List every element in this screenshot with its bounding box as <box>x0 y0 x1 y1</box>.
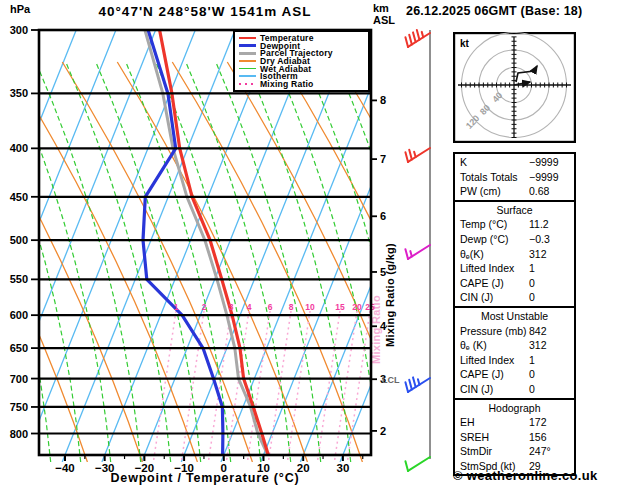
wind-barb <box>405 245 430 259</box>
table-row-label: SREH <box>460 431 489 443</box>
table-row: θₑ(K)312 <box>455 247 574 262</box>
legend-item: Temperature <box>239 34 366 42</box>
table-section-header: Hodograph <box>455 401 574 416</box>
table-row: Pressure (mb)842 <box>455 324 574 339</box>
svg-text:1: 1 <box>174 302 179 312</box>
table-row-label: Totals Totals <box>460 171 518 183</box>
table-row-value: 156 <box>529 430 547 445</box>
legend-item: Wet Adiabat <box>239 65 366 73</box>
pressure-tick-label: 300 <box>10 24 28 36</box>
table-row-value: 0.68 <box>529 184 549 199</box>
table-row-value: 247° <box>529 444 551 459</box>
skewt-sounding-page: 40°47'N 248°58'W 1541m ASL hPa km ASL 26… <box>0 0 629 486</box>
svg-text:3: 3 <box>229 302 234 312</box>
indices-table: K−9999Totals Totals−9999PW (cm)0.68Surfa… <box>453 152 576 476</box>
table-row-value: 1 <box>529 261 535 276</box>
table-row-value: 172 <box>529 415 547 430</box>
lcl-marker-label: LCL <box>382 375 400 385</box>
table-row-value: 11.2 <box>529 217 549 232</box>
pressure-tick-label: 450 <box>10 191 28 203</box>
table-row: Lifted Index1 <box>455 353 574 368</box>
km-tick-label: 2 <box>380 425 386 437</box>
wind-barb <box>405 377 430 392</box>
pressure-tick-label: 800 <box>10 428 28 440</box>
table-section: HodographEH172SREH156StmDir247°StmSpd (k… <box>455 398 574 475</box>
table-row-label: Pressure (mb) <box>460 325 527 337</box>
table-row-label: CIN (J) <box>460 383 493 395</box>
hodograph-unit-label: kt <box>460 38 470 49</box>
pressure-tick-label: 400 <box>10 142 28 154</box>
legend-label: Mixing Ratio <box>260 79 313 89</box>
table-row-label: PW (cm) <box>460 185 501 197</box>
wind-barb <box>405 457 430 471</box>
table-row-value: 842 <box>529 324 547 339</box>
page-title: 40°47'N 248°58'W 1541m ASL <box>39 4 371 19</box>
svg-text:20: 20 <box>352 302 362 312</box>
table-row-value: 312 <box>529 247 547 262</box>
svg-text:8: 8 <box>289 302 294 312</box>
table-row: CAPE (J)0 <box>455 276 574 291</box>
table-row-value: −0.3 <box>529 232 550 247</box>
pressure-tick-label: 600 <box>10 309 28 321</box>
table-row-label: Lifted Index <box>460 262 514 274</box>
pressure-tick-label: 750 <box>10 401 28 413</box>
legend-item: Mixing Ratio <box>239 80 366 88</box>
pressure-tick-label: 350 <box>10 87 28 99</box>
legend-swatch-thin <box>239 60 256 62</box>
altitude-unit-km: km <box>373 2 395 14</box>
table-row: Temp (°C)11.2 <box>455 217 574 232</box>
table-row-label: CAPE (J) <box>460 277 504 289</box>
pressure-tick-label: 550 <box>10 273 28 285</box>
svg-text:15: 15 <box>335 302 345 312</box>
table-row-value: 312 <box>529 338 547 353</box>
table-section: SurfaceTemp (°C)11.2Dewp (°C)−0.3θₑ(K)31… <box>455 200 574 306</box>
table-row: CIN (J)0 <box>455 290 574 305</box>
x-axis-label: Dewpoint / Temperature (°C) <box>39 471 371 485</box>
table-row-label: Temp (°C) <box>460 218 507 230</box>
table-row-label: CAPE (J) <box>460 368 504 380</box>
wind-barbs <box>405 30 430 471</box>
table-row: CIN (J)0 <box>455 382 574 397</box>
altitude-unit-label: km ASL <box>373 2 395 26</box>
table-row-label: θₑ (K) <box>460 339 487 351</box>
table-row-value: 1 <box>529 353 535 368</box>
table-row: StmDir247° <box>455 444 574 459</box>
datetime-title: 26.12.2025 06GMT (Base: 18) <box>406 4 629 18</box>
svg-text:2: 2 <box>202 302 207 312</box>
wind-barb <box>405 148 430 162</box>
table-section-header: Surface <box>455 203 574 218</box>
km-tick-label: 8 <box>380 94 386 106</box>
legend-swatch-solid <box>239 44 256 47</box>
table-row-label: K <box>460 156 467 168</box>
table-row: Totals Totals−9999 <box>455 170 574 185</box>
pressure-unit-label: hPa <box>10 3 30 15</box>
table-row-label: Dewp (°C) <box>460 233 509 245</box>
table-section: K−9999Totals Totals−9999PW (cm)0.68 <box>455 154 574 200</box>
table-row-value: 0 <box>529 290 535 305</box>
table-row-label: θₑ(K) <box>460 248 484 260</box>
table-row-value: 0 <box>529 382 535 397</box>
legend-swatch-thin <box>239 68 256 70</box>
mixing-ratio-value-labels: 12346810152025 <box>174 302 375 312</box>
pressure-tick-label: 700 <box>10 373 28 385</box>
table-row: K−9999 <box>455 155 574 170</box>
legend-swatch-solid <box>239 37 256 40</box>
altitude-unit-asl: ASL <box>373 14 395 26</box>
table-row-label: CIN (J) <box>460 291 493 303</box>
table-row-value: −9999 <box>529 170 559 185</box>
table-row: Dewp (°C)−0.3 <box>455 232 574 247</box>
table-row-label: EH <box>460 416 475 428</box>
table-row-value: −9999 <box>529 155 559 170</box>
km-tick-label: 7 <box>380 153 386 165</box>
table-row-value: 0 <box>529 276 535 291</box>
chart-legend: TemperatureDewpointParcel TrajectoryDry … <box>233 30 370 92</box>
table-row-label: StmDir <box>460 445 492 457</box>
table-row: EH172 <box>455 415 574 430</box>
hodograph-chart: 4080120kt <box>453 32 576 143</box>
table-row-value: 0 <box>529 367 535 382</box>
table-section-header: Most Unstable <box>455 309 574 324</box>
table-row-label: Lifted Index <box>460 354 514 366</box>
mixing-ratio-axis-label: Mixing Ratio (g/kg) <box>384 215 400 375</box>
legend-swatch-thin <box>239 75 256 77</box>
table-row: θₑ (K)312 <box>455 338 574 353</box>
